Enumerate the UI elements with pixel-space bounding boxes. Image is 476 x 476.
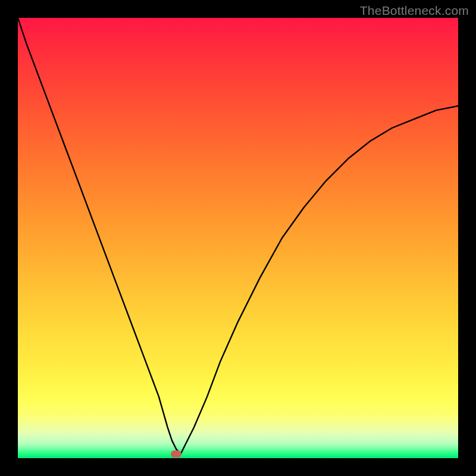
watermark-label: TheBottleneck.com xyxy=(360,4,469,18)
chart-frame: TheBottleneck.com xyxy=(0,0,476,476)
plot-area xyxy=(18,18,458,458)
bottleneck-curve xyxy=(18,18,458,458)
optimal-point-marker xyxy=(171,450,181,458)
